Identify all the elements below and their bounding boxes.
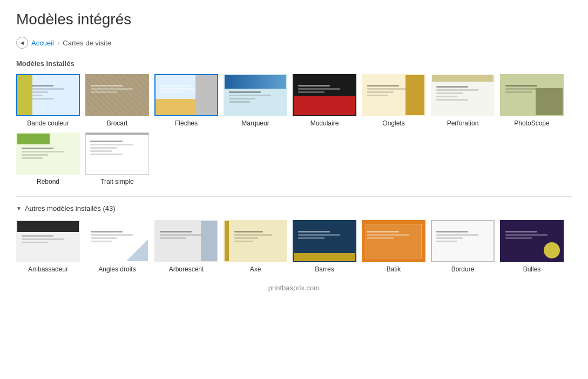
template-marqueur[interactable]: Marqueur (224, 74, 287, 127)
template-label-axe: Axe (250, 265, 261, 273)
breadcrumb-current: Cartes de visite (63, 39, 111, 47)
other-templates-label: Autres modèles installés (43) (25, 204, 116, 212)
template-label-ambassadeur: Ambassadeur (28, 265, 68, 273)
page-container: Modèles intégrés ◄ Accueil › Cartes de v… (0, 0, 588, 379)
template-bordure[interactable]: Bordure (431, 220, 495, 273)
template-perforation[interactable]: Perforation (431, 74, 495, 127)
breadcrumb-home-link[interactable]: Accueil (31, 39, 54, 47)
template-thumb-bordure[interactable] (431, 220, 495, 262)
back-arrow-icon: ◄ (19, 39, 25, 46)
template-thumb-batik[interactable] (362, 220, 425, 262)
breadcrumb-back-button[interactable]: ◄ (16, 37, 28, 49)
template-thumb-brocart[interactable] (85, 74, 149, 116)
template-trait-simple[interactable]: Trait simple (85, 132, 149, 185)
template-onglets[interactable]: Onglets (362, 74, 425, 127)
template-thumb-trait-simple[interactable] (85, 132, 149, 175)
template-thumb-angles-droits[interactable] (85, 220, 149, 262)
template-thumb-arborescent[interactable] (154, 220, 218, 262)
template-rebond[interactable]: Rebond (16, 132, 80, 185)
template-barres[interactable]: Barres (293, 220, 356, 273)
template-ambassadeur[interactable]: Ambassadeur (16, 220, 80, 273)
template-fleches[interactable]: Flèches (154, 74, 218, 127)
template-thumb-bulles[interactable] (500, 220, 564, 262)
template-label-batik: Batik (387, 265, 401, 273)
template-axe[interactable]: Axe (224, 220, 287, 273)
template-label-marqueur: Marqueur (241, 119, 269, 127)
template-label-trait-simple: Trait simple (100, 178, 134, 185)
template-thumb-perforation[interactable] (431, 74, 495, 116)
template-label-arborescent: Arborescent (169, 265, 204, 273)
template-label-fleches: Flèches (175, 119, 198, 127)
template-thumb-onglets[interactable] (362, 74, 425, 116)
template-thumb-ambassadeur[interactable] (16, 220, 80, 262)
template-label-angles-droits: Angles droits (98, 265, 136, 273)
template-label-modulaire: Modulaire (310, 119, 339, 127)
template-label-brocart: Brocart (107, 119, 128, 127)
template-thumb-barres[interactable] (293, 220, 356, 262)
template-photoscope[interactable]: PhotoScope (500, 74, 564, 127)
template-label-onglets: Onglets (382, 119, 404, 127)
footer-watermark: printbasprix.com (16, 284, 572, 292)
template-label-perforation: Perforation (447, 119, 479, 127)
template-label-barres: Barres (315, 265, 334, 273)
section-divider (16, 196, 572, 197)
template-bulles[interactable]: Bulles (500, 220, 564, 273)
template-label-bulles: Bulles (523, 265, 541, 273)
template-brocart[interactable]: Brocart (85, 74, 149, 127)
other-templates-grid: Ambassadeur Angles droits (16, 220, 572, 273)
template-thumb-axe[interactable] (224, 220, 287, 262)
template-label-bande-couleur: Bande couleur (27, 119, 69, 127)
breadcrumb: ◄ Accueil › Cartes de visite (16, 37, 572, 49)
page-title: Modèles intégrés (16, 11, 572, 28)
template-label-bordure: Bordure (451, 265, 475, 273)
collapse-arrow-icon: ▼ (16, 205, 22, 211)
template-thumb-marqueur[interactable] (224, 74, 287, 116)
template-label-photoscope: PhotoScope (514, 119, 549, 127)
template-arborescent[interactable]: Arborescent (154, 220, 218, 273)
template-label-rebond: Rebond (37, 178, 59, 185)
breadcrumb-separator: › (57, 39, 59, 47)
template-modulaire[interactable]: Modulaire (293, 74, 356, 127)
template-thumb-fleches[interactable] (154, 74, 218, 116)
template-bande-couleur[interactable]: Bande couleur (16, 74, 80, 127)
template-thumb-photoscope[interactable] (500, 74, 564, 116)
other-templates-header[interactable]: ▼ Autres modèles installés (43) (16, 204, 572, 212)
template-thumb-rebond[interactable] (16, 132, 80, 175)
template-thumb-bande-couleur[interactable] (16, 74, 80, 116)
installed-templates-grid: Bande couleur Brocart Flèches (16, 74, 572, 185)
template-angles-droits[interactable]: Angles droits (85, 220, 149, 273)
installed-section-title: Modèles installés (16, 59, 572, 68)
template-batik[interactable]: Batik (362, 220, 425, 273)
template-thumb-modulaire[interactable] (293, 74, 356, 116)
